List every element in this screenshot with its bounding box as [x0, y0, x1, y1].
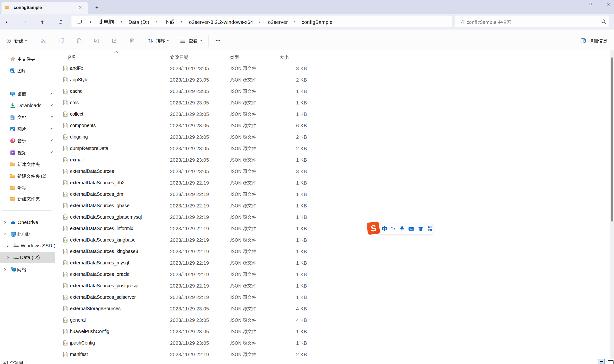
svg-text:{}: {} — [64, 67, 67, 70]
svg-text:{}: {} — [64, 296, 67, 299]
svg-text:{}: {} — [64, 342, 67, 345]
svg-text:{}: {} — [64, 170, 67, 173]
svg-text:{}: {} — [64, 330, 67, 333]
svg-text:{}: {} — [64, 204, 67, 207]
svg-text:{}: {} — [64, 124, 67, 127]
svg-text:{}: {} — [64, 307, 67, 310]
svg-text:{}: {} — [64, 261, 67, 264]
svg-text:{}: {} — [64, 147, 67, 150]
svg-text:{}: {} — [64, 182, 67, 184]
svg-text:{}: {} — [64, 250, 67, 253]
svg-text:{}: {} — [64, 227, 67, 230]
svg-text:{}: {} — [64, 319, 67, 322]
svg-text:{}: {} — [64, 284, 67, 287]
svg-text:{}: {} — [64, 193, 67, 196]
svg-text:{}: {} — [64, 78, 67, 81]
svg-text:{}: {} — [64, 216, 67, 219]
svg-text:{}: {} — [64, 113, 67, 116]
svg-text:{}: {} — [64, 239, 67, 242]
svg-text:{}: {} — [64, 273, 67, 276]
svg-text:{}: {} — [64, 353, 67, 356]
svg-text:{}: {} — [64, 136, 67, 139]
svg-text:{}: {} — [64, 101, 67, 104]
svg-text:{}: {} — [64, 158, 67, 161]
svg-text:{}: {} — [64, 90, 67, 93]
